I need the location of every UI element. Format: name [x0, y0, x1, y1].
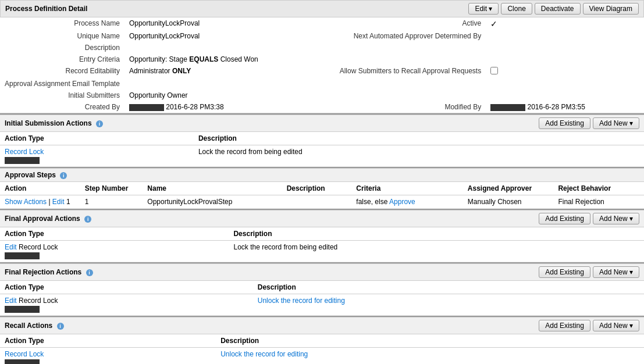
final-rejection-header: Final Rejection Actions i Add Existing A… [0, 263, 644, 281]
approve-link[interactable]: Approve [389, 198, 415, 206]
col-criteria: Criteria [351, 182, 462, 195]
edit-link[interactable]: Edit [5, 243, 17, 251]
col-description: Description [194, 132, 644, 145]
final-rejection-title: Final Rejection Actions i [5, 268, 93, 276]
allow-submitters-checkbox-input[interactable] [490, 67, 498, 74]
final-approval-table: Action Type Description Edit Record Lock… [0, 227, 644, 262]
redacted [5, 157, 40, 164]
final-approval-add-existing[interactable]: Add Existing [539, 213, 590, 224]
initial-submission-table: Action Type Description Record Lock Lock… [0, 132, 644, 167]
table-row: Record Lock Lock the record from being e… [0, 145, 644, 167]
final-approval-add-new[interactable]: Add New ▾ [593, 213, 639, 224]
col-assigned-approver: Assigned Approver [463, 182, 554, 195]
approval-email-value [124, 78, 335, 90]
action-type-link[interactable]: Record Lock [5, 148, 44, 156]
final-rejection-table: Action Type Description Edit Record Lock… [0, 281, 644, 316]
action-type-text: Record Lock [19, 243, 58, 251]
final-rejection-add-new[interactable]: Add New ▾ [593, 266, 639, 278]
col-description: Description [282, 182, 352, 195]
initial-submitters-label: Initial Submitters [0, 90, 124, 101]
action-type-link[interactable]: Record Lock [5, 350, 44, 358]
initial-submission-info-icon[interactable]: i [96, 120, 103, 127]
allow-submitters-label: Allow Submitters to Recall Approval Requ… [335, 65, 486, 78]
initial-submission-add-new[interactable]: Add New ▾ [593, 117, 639, 129]
table-row: Record Lock Unlock the record for editin… [0, 348, 644, 365]
action-type-cell: Record Lock [0, 145, 194, 167]
header-buttons: Edit ▾ Clone Deactivate View Diagram [468, 3, 639, 15]
recall-add-new[interactable]: Add New ▾ [593, 320, 639, 331]
initial-submission-add-existing[interactable]: Add Existing [539, 117, 590, 129]
initial-submitters-value: Opportunity Owner [124, 90, 335, 101]
table-row: Show Actions | Edit 1 1 OpportunityLockP… [0, 195, 644, 209]
entry-criteria-label: Entry Criteria [0, 53, 124, 65]
approval-steps-title: Approval Steps i [5, 171, 67, 179]
active-label: Active [335, 17, 486, 30]
reject-behavior-cell: Final Rejection [553, 195, 644, 209]
process-name-label: Process Name [0, 17, 124, 30]
final-approval-buttons: Add Existing Add New ▾ [539, 213, 639, 224]
edit-link[interactable]: Edit [5, 297, 17, 305]
process-name-value: OpportunityLockProval [124, 17, 335, 30]
col-action: Action [0, 182, 80, 195]
detail-table: Process Name OpportunityLockProval Activ… [0, 17, 644, 113]
approval-email-label: Approval Assignment Email Template [0, 78, 124, 90]
next-auto-approver-label: Next Automated Approver Determined By [335, 30, 486, 42]
col-reject-behavior: Reject Behavior [553, 182, 644, 195]
col-action-type: Action Type [0, 227, 229, 241]
action-type-cell: Edit Record Lock [0, 241, 229, 262]
record-editability-label: Record Editability [0, 65, 124, 78]
table-row: Edit Record Lock Lock the record from be… [0, 241, 644, 262]
view-diagram-button[interactable]: View Diagram [583, 3, 639, 15]
redacted [5, 359, 40, 364]
description-label: Description [0, 42, 124, 53]
description-value [124, 42, 335, 53]
redacted [5, 252, 40, 259]
unique-name-label: Unique Name [0, 30, 124, 42]
final-approval-title: Final Approval Actions i [5, 215, 91, 223]
recall-add-existing[interactable]: Add Existing [539, 320, 590, 331]
description-cell: Lock the record from being edited [194, 145, 644, 167]
approval-steps-header: Approval Steps i [0, 168, 644, 182]
action-type-text: Record Lock [19, 297, 58, 305]
created-by-label: Created By [0, 101, 124, 113]
recall-actions-title: Recall Actions i [5, 322, 64, 330]
edit-button[interactable]: Edit ▾ [468, 3, 499, 15]
approval-steps-info-icon[interactable]: i [60, 172, 67, 179]
initial-submission-buttons: Add Existing Add New ▾ [539, 117, 639, 129]
description-cell: Unlock the record for editing [253, 294, 644, 316]
deactivate-button[interactable]: Deactivate [535, 3, 581, 15]
page-title: Process Definition Detail [5, 5, 87, 13]
page-header: Process Definition Detail Edit ▾ Clone D… [0, 0, 644, 17]
final-rejection-add-existing[interactable]: Add Existing [539, 266, 590, 278]
recall-actions-info-icon[interactable]: i [57, 323, 64, 330]
show-actions-link[interactable]: Show Actions [5, 198, 47, 206]
col-name: Name [143, 182, 282, 195]
step-number-cell: 1 [80, 195, 143, 209]
action-type-cell: Record Lock [0, 348, 216, 365]
table-row: Edit Record Lock Unlock the record for e… [0, 294, 644, 316]
modified-by-label: Modified By [335, 101, 486, 113]
recall-actions-table: Action Type Description Record Lock Unlo… [0, 334, 644, 364]
description-cell: Unlock the record for editing [216, 348, 644, 365]
final-approval-header: Final Approval Actions i Add Existing Ad… [0, 210, 644, 227]
description-cell [282, 195, 352, 209]
edit-step-link[interactable]: Edit [52, 198, 65, 206]
final-rejection-info-icon[interactable]: i [86, 269, 93, 276]
allow-submitters-checkbox[interactable] [486, 65, 644, 78]
assigned-approver-cell: Manually Chosen [463, 195, 554, 209]
action-cell: Show Actions | Edit 1 [0, 195, 80, 209]
recall-actions-buttons: Add Existing Add New ▾ [539, 320, 639, 331]
initial-submission-title: Initial Submission Actions i [5, 119, 103, 127]
next-auto-approver-value [486, 30, 644, 42]
modified-by-redacted [490, 104, 525, 111]
col-step-number: Step Number [80, 182, 143, 195]
description-cell: Lock the record from being edited [229, 241, 644, 262]
col-description: Description [216, 334, 644, 348]
modified-by-value: 2016-6-28 PM3:55 [486, 101, 644, 113]
clone-button[interactable]: Clone [501, 3, 532, 15]
final-approval-info-icon[interactable]: i [84, 216, 91, 223]
criteria-cell: false, else Approve [351, 195, 462, 209]
final-rejection-buttons: Add Existing Add New ▾ [539, 266, 639, 278]
record-editability-value: Administrator ONLY [124, 65, 335, 78]
name-cell: OpportunityLockProvalStep [143, 195, 282, 209]
